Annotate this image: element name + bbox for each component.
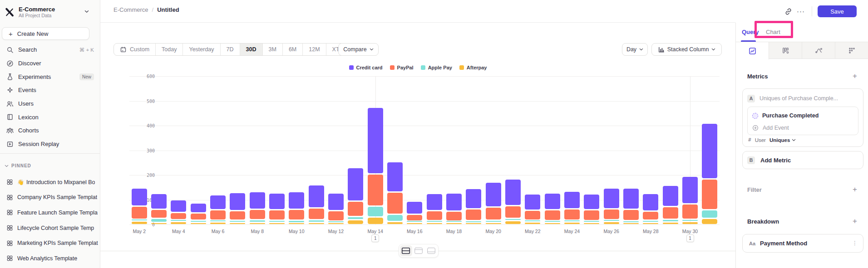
bar-segment-paypal[interactable] xyxy=(289,210,304,220)
bar-segment-credit-card[interactable] xyxy=(250,192,265,209)
pinned-board-item[interactable]: Lifecycle Cohort Sample Temp xyxy=(0,220,100,236)
bar-segment-apple-pay[interactable] xyxy=(348,217,363,219)
bar-segment-credit-card[interactable] xyxy=(191,204,206,213)
bar-segment-paypal[interactable] xyxy=(151,210,167,218)
sidebar-item-cohorts[interactable]: Cohorts xyxy=(0,124,100,137)
bar-segment-apple-pay[interactable] xyxy=(269,221,285,222)
range-today[interactable]: Today xyxy=(156,44,183,55)
bar-segment-credit-card[interactable] xyxy=(348,168,363,200)
project-switcher[interactable]: E-Commerce All Project Data xyxy=(5,5,95,19)
legend-item-afterpay[interactable]: Afterpay xyxy=(459,65,487,70)
sidebar-item-events[interactable]: Events xyxy=(0,83,100,97)
chart-type-dropdown[interactable]: Stacked Column xyxy=(651,43,722,56)
bar-segment-paypal[interactable] xyxy=(505,206,521,218)
bar-segment-credit-card[interactable] xyxy=(623,189,639,209)
bar-segment-afterpay[interactable] xyxy=(682,222,698,224)
bar-segment-afterpay[interactable] xyxy=(564,223,580,224)
legend-item-apple-pay[interactable]: Apple Pay xyxy=(421,65,452,70)
bar-segment-apple-pay[interactable] xyxy=(682,220,698,221)
bar-segment-credit-card[interactable] xyxy=(584,195,599,209)
bar-segment-apple-pay[interactable] xyxy=(623,221,639,223)
range-12m[interactable]: 12M xyxy=(303,44,326,55)
bar-segment-apple-pay[interactable] xyxy=(604,220,619,221)
bar-segment-credit-card[interactable] xyxy=(643,194,658,210)
layout-table-only-button[interactable] xyxy=(425,245,438,256)
bar-segment-afterpay[interactable] xyxy=(269,223,285,224)
bar-segment-paypal[interactable] xyxy=(230,211,245,219)
metric-a-name-row[interactable]: A Uniques of Purchase Comple... xyxy=(747,93,838,103)
bar-segment-paypal[interactable] xyxy=(348,202,363,216)
bar-segment-credit-card[interactable] xyxy=(210,195,226,209)
bar-segment-credit-card[interactable] xyxy=(427,194,442,210)
bar-segment-apple-pay[interactable] xyxy=(368,207,383,217)
bar-segment-afterpay[interactable] xyxy=(250,223,265,224)
bar-segment-credit-card[interactable] xyxy=(466,189,481,208)
breadcrumb-project[interactable]: E-Commerce xyxy=(113,6,148,13)
tab-insights[interactable] xyxy=(736,42,769,59)
bar-segment-afterpay[interactable] xyxy=(446,223,462,224)
legend-item-paypal[interactable]: PayPal xyxy=(390,65,414,70)
bar-segment-credit-card[interactable] xyxy=(564,192,580,208)
more-options-button[interactable]: ··· xyxy=(794,5,807,17)
bar-segment-paypal[interactable] xyxy=(210,210,226,219)
bar-segment-apple-pay[interactable] xyxy=(466,221,481,222)
save-button[interactable]: Save xyxy=(818,5,857,17)
bar-segment-paypal[interactable] xyxy=(427,211,442,220)
tab-chart[interactable]: Chart xyxy=(766,29,780,35)
bar-segment-afterpay[interactable] xyxy=(486,223,501,224)
bar-segment-credit-card[interactable] xyxy=(604,189,619,208)
bar-segment-paypal[interactable] xyxy=(682,205,698,219)
pinned-board-item[interactable]: 👋Introduction to Mixpanel Bo xyxy=(0,175,100,190)
bar-segment-afterpay[interactable] xyxy=(604,222,619,224)
sidebar-item-session-replay[interactable]: Session Replay xyxy=(0,137,100,151)
bar-segment-credit-card[interactable] xyxy=(289,192,304,209)
sidebar-item-lexicon[interactable]: Lexicon xyxy=(0,110,100,124)
bar-segment-apple-pay[interactable] xyxy=(505,219,521,220)
bar-segment-afterpay[interactable] xyxy=(584,223,599,224)
bar-segment-afterpay[interactable] xyxy=(132,222,147,224)
bar-segment-afterpay[interactable] xyxy=(309,223,324,224)
bar-segment-paypal[interactable] xyxy=(623,210,639,220)
bar-segment-apple-pay[interactable] xyxy=(328,221,344,222)
bar-segment-paypal[interactable] xyxy=(584,210,599,220)
bar-segment-afterpay[interactable] xyxy=(191,223,206,224)
sidebar-item-users[interactable]: Users xyxy=(0,97,100,111)
add-metric-card[interactable]: B Add Metric xyxy=(742,151,863,169)
bar-segment-paypal[interactable] xyxy=(486,208,501,219)
bar-segment-paypal[interactable] xyxy=(309,209,324,219)
bar-segment-apple-pay[interactable] xyxy=(250,220,265,222)
bar-segment-credit-card[interactable] xyxy=(545,194,560,209)
bar-segment-credit-card[interactable] xyxy=(505,180,521,205)
bar-segment-paypal[interactable] xyxy=(604,210,619,219)
bar-segment-apple-pay[interactable] xyxy=(191,221,206,222)
bar-segment-afterpay[interactable] xyxy=(702,219,717,224)
range-30d[interactable]: 30D xyxy=(240,44,263,55)
pinned-board-item[interactable]: Company KPIs Sample Templat xyxy=(0,190,100,205)
create-new-button[interactable]: + Create New xyxy=(2,27,89,40)
tab-funnels[interactable] xyxy=(769,42,802,58)
pinned-board-item[interactable]: Feature Launch Sample Templa xyxy=(0,205,100,220)
bar-segment-paypal[interactable] xyxy=(702,180,717,209)
bar-segment-credit-card[interactable] xyxy=(132,189,147,205)
bar-segment-apple-pay[interactable] xyxy=(525,220,540,221)
bar-segment-paypal[interactable] xyxy=(171,213,186,219)
sidebar-item-experiments[interactable]: ExperimentsNew xyxy=(0,70,100,83)
breakdown-card[interactable]: Aa Payment Method ⋮ xyxy=(742,234,863,253)
annotation-badge[interactable]: 1 xyxy=(371,234,379,242)
bar-segment-apple-pay[interactable] xyxy=(407,221,422,222)
bar-segment-afterpay[interactable] xyxy=(387,222,403,224)
tab-query[interactable]: Query xyxy=(742,29,759,35)
bar-segment-credit-card[interactable] xyxy=(230,193,245,210)
bar-segment-paypal[interactable] xyxy=(269,210,285,219)
bar-segment-apple-pay[interactable] xyxy=(309,220,324,222)
compare-button[interactable]: Compare xyxy=(338,43,379,56)
tab-flows[interactable] xyxy=(802,42,835,58)
bar-segment-apple-pay[interactable] xyxy=(230,221,245,222)
bar-segment-afterpay[interactable] xyxy=(623,223,639,224)
bar-segment-apple-pay[interactable] xyxy=(663,220,678,222)
bar-segment-credit-card[interactable] xyxy=(525,195,540,210)
add-metric-plus-icon[interactable]: + xyxy=(853,73,857,80)
bar-segment-apple-pay[interactable] xyxy=(132,219,147,220)
bar-segment-credit-card[interactable] xyxy=(171,200,186,212)
bar-segment-afterpay[interactable] xyxy=(663,223,678,224)
